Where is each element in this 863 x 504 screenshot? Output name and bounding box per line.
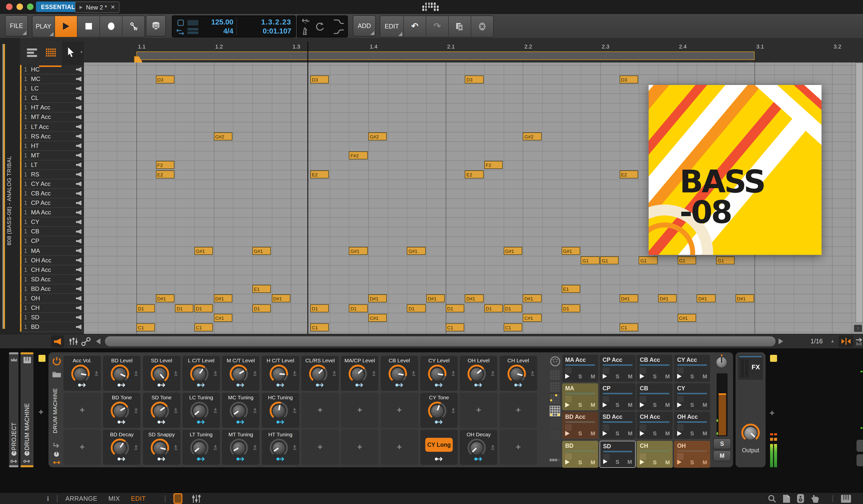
note-C#1[interactable]: C#1 [678,314,696,322]
track-row-CB[interactable]: 1CB [20,227,84,237]
cell-OH Level[interactable]: OH Level± [460,356,498,391]
pad-mute-button[interactable]: M [665,402,670,408]
pad-play-icon[interactable] [565,402,570,407]
tempo-value[interactable]: 125.00 [211,18,233,26]
track-color-swatch[interactable] [38,355,46,362]
pad-MA Acc[interactable]: MA AccSM [562,355,598,382]
pad-solo-button[interactable]: S [578,430,582,437]
layer-list-icon[interactable] [27,49,37,57]
modulation-route-icon[interactable] [474,380,483,389]
note-D1[interactable]: D1 [484,304,503,312]
plus-minus-icon[interactable]: ± [95,369,98,376]
pad-mute-button[interactable]: M [591,430,595,437]
play-menu-button[interactable]: PLAY [33,16,55,37]
track-row-CH Acc[interactable]: 1CH Acc [20,265,84,275]
pad-mute-button[interactable]: M [591,459,595,465]
cell-CB Level[interactable]: CB Level± [380,356,418,391]
note-G1[interactable]: G1 [639,256,658,264]
note-D#1[interactable]: D#1 [736,294,754,303]
track-mute-speaker-icon[interactable] [76,86,82,91]
modulation-route-icon[interactable] [435,454,443,463]
monitor-speaker-icon[interactable] [797,494,804,504]
save-performance-button[interactable] [146,15,166,36]
pad-bank-pager[interactable] [550,459,561,461]
track-mute-speaker-icon[interactable] [76,315,82,320]
modulation-route-icon[interactable] [157,380,166,389]
note-D1[interactable]: D1 [349,304,367,312]
pad-bank-block[interactable] [550,382,560,392]
pad-solo-button[interactable]: S [653,402,656,408]
right-panel-handle-2[interactable] [856,454,863,466]
note-C1[interactable]: C1 [136,323,155,331]
track-row-MC[interactable]: 1MC [20,74,84,84]
pad-OH[interactable]: OHSM [674,441,710,467]
track-row-CH[interactable]: 1CH [20,303,84,313]
cell-LC Tuning[interactable]: LC Tuning± [183,393,220,428]
note-D#1[interactable]: D#1 [368,294,387,303]
pad-bank-minimap[interactable] [550,356,561,465]
cell-empty[interactable]: + [63,430,101,465]
note-C#1[interactable]: C#1 [523,314,541,322]
modulation-route-icon[interactable] [157,454,166,463]
pad-solo-button[interactable]: S [616,373,620,379]
pad-BD[interactable]: BDSM [562,441,598,467]
horizontal-scrollbar-thumb[interactable] [105,336,776,346]
plus-minus-icon[interactable]: ± [491,443,495,450]
modulation-route-icon[interactable] [197,417,205,426]
plus-minus-icon[interactable]: ± [373,369,376,376]
cell-empty[interactable]: + [460,393,498,428]
cell-empty[interactable]: + [380,393,418,428]
cell-CL/RS Level[interactable]: CL/RS Level± [301,356,339,391]
track-mute-speaker-icon[interactable] [76,277,82,282]
modulation-route-icon[interactable] [78,380,86,389]
track-row-CL[interactable]: 1CL [20,93,84,103]
modulation-route-icon[interactable] [118,417,126,426]
modulation-route-icon[interactable] [316,380,324,389]
mixer-panel-toggle-icon[interactable] [191,494,201,503]
overdub-button[interactable]: W [122,16,145,37]
cell-empty[interactable]: + [301,393,339,428]
cell-CH Level[interactable]: CH Level± [499,356,537,391]
plus-minus-icon[interactable]: ± [254,443,257,450]
pad-CH[interactable]: CHSM [637,441,673,467]
pad-CY[interactable]: CYSM [674,383,710,410]
cell-BD Tone[interactable]: BD Tone± [103,393,141,428]
track-row-MA[interactable]: 1MA [20,246,84,256]
cell-empty[interactable]: + [63,393,101,428]
pad-play-icon[interactable] [640,374,645,379]
cell-SD Tone[interactable]: SD Tone± [143,393,180,428]
modulation-route-icon[interactable] [395,380,403,389]
pad-play-icon[interactable] [640,459,645,465]
pad-OH Acc[interactable]: OH AccSM [674,412,710,439]
device-preset-folder-icon[interactable] [52,370,61,378]
info-icon[interactable]: i [47,495,49,503]
file-browser-icon[interactable] [783,494,790,503]
pad-CH Acc[interactable]: CH AccSM [637,412,673,439]
pad-play-icon[interactable] [565,374,570,379]
add-device-right-button[interactable]: + [770,408,775,418]
plus-minus-icon[interactable]: ± [214,406,217,413]
follow-playback-icon[interactable] [855,337,863,346]
search-icon[interactable] [767,494,777,503]
cell-BD Decay[interactable]: BD Decay± [103,430,141,465]
pad-CB Acc[interactable]: CB AccSM [637,355,673,382]
note-G#2[interactable]: G#2 [214,133,232,140]
snap-caret-icon[interactable]: ▲ [830,339,835,343]
pad-bank-block[interactable] [550,370,560,380]
note-D3[interactable]: D3 [620,75,638,83]
cell-M C/T Level[interactable]: M C/T Level± [222,356,260,391]
note-F2[interactable]: F2 [484,161,503,169]
modulation-route-icon[interactable] [276,380,285,389]
clip-loop-region[interactable] [136,51,754,60]
pad-CP Acc[interactable]: CP AccSM [599,355,635,382]
plus-minus-icon[interactable]: ± [452,369,455,376]
track-mute-speaker-icon[interactable] [76,210,82,215]
pad-solo-button[interactable]: S [653,430,656,437]
note-G1[interactable]: G1 [678,256,696,264]
cell-HC Tuning[interactable]: HC Tuning± [262,393,299,428]
pad-mute-button[interactable]: M [703,459,707,465]
note-G1[interactable]: G1 [581,256,599,264]
track-mute-speaker-icon[interactable] [76,162,82,167]
scroll-right-arrow[interactable] [778,338,783,344]
plus-minus-icon[interactable]: ± [174,406,177,413]
